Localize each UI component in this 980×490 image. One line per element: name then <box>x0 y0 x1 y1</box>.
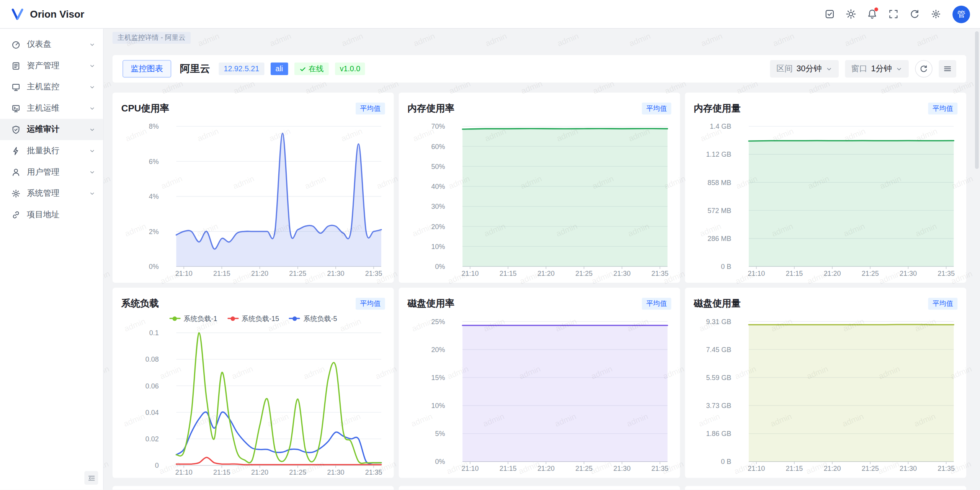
legend-item[interactable]: 系统负载-15 <box>227 314 279 323</box>
check-icon <box>299 66 306 72</box>
svg-text:21:10: 21:10 <box>748 270 765 277</box>
window-select[interactable]: 窗口 1分钟 <box>845 60 909 78</box>
chevron-down-icon <box>89 41 96 48</box>
chevron-down-icon <box>89 190 96 197</box>
sidebar-item-host-monitor[interactable]: 主机监控 <box>0 76 103 98</box>
avg-value-tag[interactable]: 平均值 <box>928 102 957 114</box>
audit-icon <box>11 125 20 134</box>
sidebar-item-project-link[interactable]: 项目地址 <box>0 204 103 225</box>
watermark-text: admin <box>104 269 111 286</box>
svg-text:60%: 60% <box>431 143 445 151</box>
svg-text:2%: 2% <box>149 228 159 236</box>
sidebar-item-system-mgmt[interactable]: 系统管理 <box>0 183 103 204</box>
sidebar-item-label: 主机运维 <box>27 103 59 114</box>
settings-button[interactable] <box>926 5 945 23</box>
chart-canvas-memory-usage-size[interactable]: 0 B286 MB572 MB858 MB1.12 GB1.4 GB21:102… <box>694 118 957 279</box>
app-title: Orion Visor <box>30 8 84 20</box>
legend-item[interactable]: 系统负载-5 <box>289 314 337 323</box>
chart-legend: 系统负载-1系统负载-15系统负载-5 <box>121 313 385 324</box>
sidebar-collapse-button[interactable] <box>84 471 98 485</box>
charts-grid: CPU使用率平均值0%2%4%6%8%21:1021:1521:2021:252… <box>113 93 966 478</box>
chart-canvas-cpu-usage[interactable]: 0%2%4%6%8%21:1021:1521:2021:2521:3021:35 <box>121 118 385 279</box>
refresh-button[interactable] <box>905 5 924 23</box>
chart-card-memory-usage-rate: 内存使用率平均值0%10%20%30%40%50%60%70%21:1021:1… <box>399 93 680 283</box>
avg-value-tag[interactable]: 平均值 <box>928 297 957 309</box>
sidebar-item-assets[interactable]: 资产管理 <box>0 55 103 77</box>
svg-text:21:30: 21:30 <box>327 270 344 277</box>
user-avatar[interactable]: 管 <box>952 5 970 23</box>
svg-text:572 MB: 572 MB <box>707 207 731 215</box>
watermark-text: admin <box>104 174 112 191</box>
chevron-down-icon <box>89 126 96 133</box>
svg-text:21:10: 21:10 <box>748 465 765 472</box>
tasks-icon <box>824 9 835 20</box>
next-row-peek <box>113 486 966 490</box>
chart-title: 系统负载 <box>121 297 159 309</box>
avg-value-tag[interactable]: 平均值 <box>356 297 385 309</box>
legend-marker <box>289 318 300 319</box>
logo-icon <box>10 7 25 21</box>
notification-badge <box>874 7 878 11</box>
scrollbar-thumb[interactable] <box>975 31 979 169</box>
chart-card-peek <box>399 486 680 490</box>
svg-text:21:20: 21:20 <box>537 270 555 277</box>
chart-canvas-disk-usage-size[interactable]: 0 B1.86 GB3.73 GB5.59 GB7.45 GB9.31 GB21… <box>694 313 957 474</box>
fullscreen-button[interactable] <box>884 5 903 23</box>
sidebar-item-label: 用户管理 <box>27 166 59 177</box>
svg-text:1.4 GB: 1.4 GB <box>710 123 731 130</box>
chevron-down-icon <box>825 66 832 72</box>
scrollbar[interactable] <box>975 31 979 487</box>
avg-value-tag[interactable]: 平均值 <box>642 102 671 114</box>
sidebar-item-audit[interactable]: 运维审计 <box>0 119 103 140</box>
refresh-charts-button[interactable] <box>915 60 933 78</box>
topbar-actions: 管 <box>820 5 970 23</box>
interval-value: 30分钟 <box>796 63 822 74</box>
svg-text:21:10: 21:10 <box>462 465 479 472</box>
breadcrumb[interactable]: 主机监控详情 - 阿里云 <box>113 32 191 44</box>
svg-text:9.31 GB: 9.31 GB <box>706 318 731 326</box>
theme-button[interactable] <box>841 5 860 23</box>
svg-text:21:10: 21:10 <box>175 270 193 277</box>
svg-text:1.12 GB: 1.12 GB <box>706 151 731 158</box>
svg-text:5.59 GB: 5.59 GB <box>706 374 731 382</box>
sidebar-item-host-ops[interactable]: 主机运维 <box>0 98 103 119</box>
svg-text:21:30: 21:30 <box>900 465 917 472</box>
host-monitor-icon <box>11 82 20 92</box>
host-version-tag: v1.0.0 <box>335 62 366 75</box>
sidebar: 仪表盘资产管理主机监控主机运维运维审计批量执行用户管理系统管理项目地址 <box>0 29 104 490</box>
tasks-button[interactable] <box>820 5 839 23</box>
chart-card-cpu-usage: CPU使用率平均值0%2%4%6%8%21:1021:1521:2021:252… <box>113 93 394 283</box>
interval-select[interactable]: 区间 30分钟 <box>770 60 839 78</box>
svg-text:70%: 70% <box>431 123 445 130</box>
theme-icon <box>845 9 856 20</box>
avg-value-tag[interactable]: 平均值 <box>356 102 385 114</box>
legend-item[interactable]: 系统负载-1 <box>169 314 217 323</box>
watermark-text: admin <box>104 364 111 381</box>
host-status-label: 在线 <box>309 62 323 75</box>
notifications-button[interactable] <box>862 5 881 23</box>
chevron-down-icon <box>89 169 96 175</box>
logo[interactable]: Orion Visor <box>10 7 84 21</box>
svg-text:21:35: 21:35 <box>651 465 668 472</box>
user-mgmt-icon <box>11 167 20 177</box>
legend-marker <box>227 318 238 319</box>
monitor-chart-button[interactable]: 监控图表 <box>122 60 171 78</box>
sidebar-item-user-mgmt[interactable]: 用户管理 <box>0 161 103 183</box>
svg-text:3.73 GB: 3.73 GB <box>706 402 731 410</box>
legend-label: 系统负载-1 <box>184 314 217 323</box>
svg-text:21:35: 21:35 <box>938 270 955 277</box>
metric-settings-button[interactable] <box>939 60 956 78</box>
avg-value-tag[interactable]: 平均值 <box>642 297 671 309</box>
svg-text:21:30: 21:30 <box>613 270 630 277</box>
sidebar-item-label: 资产管理 <box>27 60 59 71</box>
sidebar-item-dashboard[interactable]: 仪表盘 <box>0 34 103 55</box>
svg-text:858 MB: 858 MB <box>707 179 731 187</box>
svg-text:21:30: 21:30 <box>327 469 344 476</box>
sidebar-item-batch-exec[interactable]: 批量执行 <box>0 140 103 162</box>
chart-canvas-disk-usage-rate[interactable]: 0%5%10%15%20%25%21:1021:1521:2021:2521:3… <box>407 313 671 474</box>
svg-text:21:35: 21:35 <box>365 469 382 476</box>
chart-canvas-system-load[interactable]: 00.020.040.060.080.121:1021:1521:2021:25… <box>121 324 385 478</box>
host-status-tag: 在线 <box>294 62 329 75</box>
chart-canvas-memory-usage-rate[interactable]: 0%10%20%30%40%50%60%70%21:1021:1521:2021… <box>407 118 671 279</box>
svg-text:0: 0 <box>155 462 159 469</box>
